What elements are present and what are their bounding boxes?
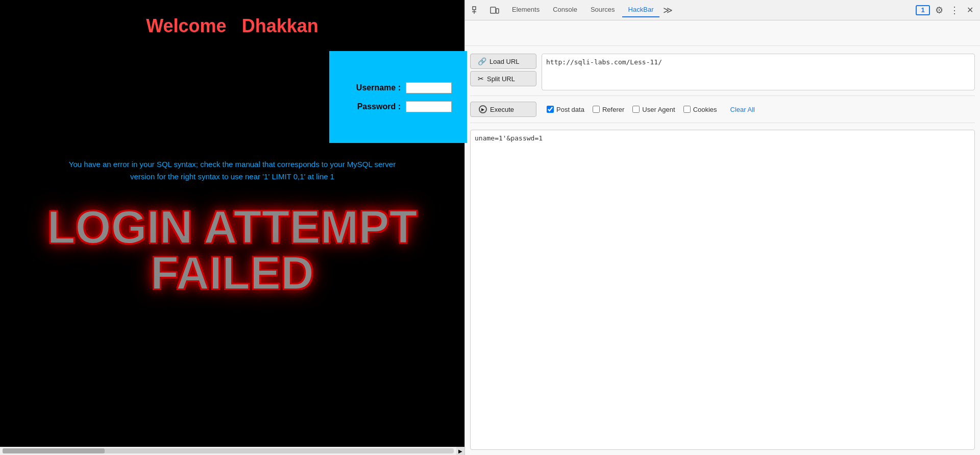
svg-rect-4 — [496, 9, 499, 13]
clear-all-button[interactable]: Clear All — [730, 106, 755, 113]
hackbar-toolbar: 🔗 Load URL ✂ Split URL http://sqli-labs.… — [470, 51, 975, 93]
welcome-heading: Welcome Dhakkan — [146, 15, 318, 37]
post-data-input[interactable] — [470, 130, 975, 450]
close-icon[interactable]: ✕ — [964, 4, 976, 16]
device-toggle-icon[interactable] — [487, 3, 502, 17]
url-input[interactable]: http://sqli-labs.com/Less-11/ — [542, 54, 975, 90]
referer-label: Referer — [602, 106, 624, 113]
login-failed-text: LOGIN ATTEMPT FAILED — [0, 204, 464, 296]
post-data-label: Post data — [556, 106, 584, 113]
split-url-label: Split URL — [487, 75, 515, 83]
divider-1 — [470, 95, 975, 96]
tab-elements[interactable]: Elements — [506, 3, 546, 17]
referer-checkbox-item[interactable]: Referer — [593, 106, 624, 113]
login-box: Username : Password : — [329, 51, 467, 143]
login-failed-banner: LOGIN ATTEMPT FAILED — [0, 204, 464, 296]
sql-error-line2: version for the right syntax to use near… — [5, 171, 459, 183]
hackbar-top-empty — [465, 20, 980, 46]
tab-hackbar[interactable]: HackBar — [622, 3, 660, 17]
svg-rect-0 — [473, 7, 476, 10]
tab-sources[interactable]: Sources — [584, 3, 621, 17]
user-agent-checkbox-item[interactable]: User Agent — [632, 106, 675, 113]
password-input[interactable] — [406, 101, 452, 112]
load-url-button[interactable]: 🔗 Load URL — [470, 54, 536, 69]
welcome-label: Welcome — [146, 15, 226, 36]
settings-icon[interactable]: ⚙ — [933, 4, 945, 16]
login-failed-line1: LOGIN ATTEMPT — [0, 204, 464, 250]
execute-label: Execute — [490, 106, 514, 113]
password-row: Password : — [345, 101, 452, 112]
referer-checkbox[interactable] — [593, 106, 600, 113]
browser-page: Welcome Dhakkan Username : Password : Yo… — [0, 0, 464, 455]
split-url-button[interactable]: ✂ Split URL — [470, 71, 536, 86]
horizontal-scrollbar[interactable]: ▶ — [0, 447, 464, 455]
execute-icon: ▶ — [479, 105, 487, 113]
devtools-header-right: 1 ⚙ ⋮ ✕ — [916, 4, 976, 16]
inspect-element-icon[interactable] — [469, 3, 483, 17]
devtools-tabs: Elements Console Sources HackBar ≫ — [506, 3, 912, 17]
user-agent-checkbox[interactable] — [632, 106, 640, 113]
scrollbar-thumb[interactable] — [3, 448, 105, 453]
execute-row: ▶ Execute Post data Referer User Agent — [470, 99, 975, 120]
devtools-header: Elements Console Sources HackBar ≫ 1 ⚙ ⋮… — [465, 0, 980, 20]
load-url-icon: 🔗 — [478, 57, 486, 65]
ellipsis-icon[interactable]: ⋮ — [948, 4, 961, 16]
username-row: Username : — [345, 82, 452, 93]
scrollbar-track — [3, 448, 454, 453]
username-label: Username : — [345, 83, 401, 92]
load-url-label: Load URL — [489, 58, 520, 65]
hackbar-content: 🔗 Load URL ✂ Split URL http://sqli-labs.… — [465, 46, 980, 455]
split-url-icon: ✂ — [478, 75, 484, 83]
cookies-checkbox-item[interactable]: Cookies — [683, 106, 717, 113]
tab-count-badge[interactable]: 1 — [916, 5, 930, 15]
sql-error-line1: You have an error in your SQL syntax; ch… — [5, 158, 459, 171]
user-agent-label: User Agent — [642, 106, 675, 113]
scroll-right-arrow[interactable]: ▶ — [456, 447, 464, 455]
username-input[interactable] — [406, 82, 452, 93]
tab-count-number: 1 — [921, 6, 924, 14]
execute-button[interactable]: ▶ Execute — [470, 102, 536, 117]
tab-console[interactable]: Console — [547, 3, 583, 17]
svg-rect-3 — [491, 7, 496, 13]
sql-error: You have an error in your SQL syntax; ch… — [0, 158, 464, 183]
cookies-label: Cookies — [693, 106, 717, 113]
login-failed-line2: FAILED — [0, 250, 464, 296]
post-data-checkbox[interactable] — [547, 106, 554, 113]
hackbar-action-buttons: 🔗 Load URL ✂ Split URL — [470, 54, 536, 86]
post-data-checkbox-item[interactable]: Post data — [547, 106, 584, 113]
username-highlight: Dhakkan — [242, 15, 318, 36]
devtools-panel: Elements Console Sources HackBar ≫ 1 ⚙ ⋮… — [464, 0, 980, 455]
checkboxes-row: Post data Referer User Agent Cookies Cle… — [547, 106, 755, 113]
password-label: Password : — [345, 102, 401, 111]
divider-2 — [470, 123, 975, 123]
more-tabs-icon[interactable]: ≫ — [660, 3, 675, 17]
cookies-checkbox[interactable] — [683, 106, 691, 113]
